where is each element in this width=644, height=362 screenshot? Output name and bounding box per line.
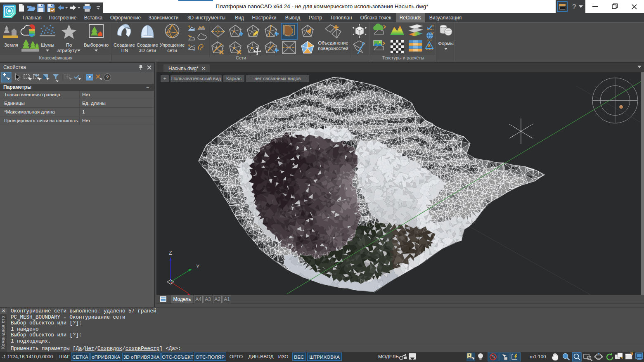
svg-text:Z: Z <box>169 250 172 256</box>
svg-text:Y: Y <box>196 264 200 270</box>
svg-text:?: ? <box>572 3 576 11</box>
svg-text:V: V <box>431 31 434 35</box>
svg-text:S: S <box>428 43 431 48</box>
svg-text:?: ? <box>106 75 109 80</box>
svg-text:V: V <box>432 24 434 28</box>
